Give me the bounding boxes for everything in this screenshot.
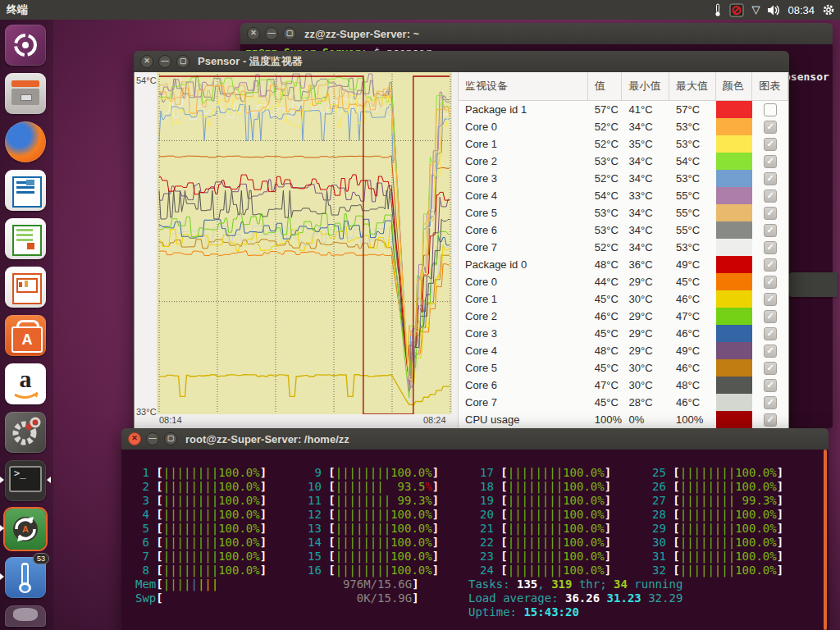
graph-checkbox[interactable]: ✓ bbox=[764, 345, 777, 358]
color-swatch[interactable] bbox=[716, 118, 753, 135]
launcher-item-software[interactable]: A bbox=[5, 315, 46, 356]
launcher-item-impress[interactable] bbox=[5, 267, 46, 308]
graph-checkbox[interactable]: ✓ bbox=[764, 276, 777, 289]
color-swatch[interactable] bbox=[716, 273, 753, 290]
color-swatch[interactable] bbox=[716, 359, 753, 377]
graph-checkbox[interactable]: ✓ bbox=[764, 207, 777, 220]
sensor-row[interactable]: Core 454°C33°C55°C✓ bbox=[459, 187, 788, 204]
sensor-row[interactable]: Core 352°C34°C53°C✓ bbox=[459, 170, 788, 187]
sensor-row[interactable]: Core 752°C34°C53°C✓ bbox=[459, 239, 788, 256]
sensor-row[interactable]: Package id 157°C41°C57°C✓ bbox=[459, 101, 788, 118]
session-gear-icon[interactable] bbox=[822, 3, 835, 16]
minimize-button[interactable]: — bbox=[265, 27, 278, 40]
clock[interactable]: 08:34 bbox=[788, 4, 815, 16]
sensor-row[interactable]: Core 052°C34°C53°C✓ bbox=[459, 118, 788, 135]
maximize-button[interactable]: ▢ bbox=[176, 55, 189, 68]
sensor-row[interactable]: Core 653°C34°C55°C✓ bbox=[459, 221, 788, 239]
close-button[interactable]: ✕ bbox=[128, 432, 141, 445]
cpu-gauge: 2 [||||||||100.0%] bbox=[135, 480, 267, 494]
sensor-row[interactable]: CPU usage100%0%100%✓ bbox=[459, 411, 788, 428]
graph-checkbox[interactable]: ✓ bbox=[764, 189, 777, 203]
column-header[interactable]: 值 bbox=[588, 72, 623, 100]
graph-checkbox[interactable]: ✓ bbox=[764, 258, 777, 272]
color-swatch[interactable] bbox=[716, 187, 753, 204]
launcher-item-calc[interactable] bbox=[5, 218, 46, 259]
sensor-row[interactable]: Core 246°C29°C47°C✓ bbox=[459, 308, 788, 325]
terminal-scrollbar[interactable] bbox=[824, 450, 827, 630]
graph-checkbox[interactable]: ✓ bbox=[764, 396, 777, 409]
sensor-row[interactable]: Core 448°C29°C49°C✓ bbox=[459, 342, 788, 359]
color-swatch[interactable] bbox=[716, 325, 753, 342]
launcher-item-files[interactable] bbox=[5, 73, 46, 114]
graph-checkbox[interactable]: ✓ bbox=[764, 362, 777, 375]
minimize-button[interactable]: — bbox=[158, 55, 171, 68]
color-swatch[interactable] bbox=[716, 239, 753, 256]
column-header[interactable]: 颜色 bbox=[716, 72, 753, 100]
launcher-item-settings[interactable] bbox=[5, 412, 46, 453]
graph-checkbox[interactable]: ✓ bbox=[764, 224, 777, 237]
sensor-row[interactable]: Core 152°C35°C53°C✓ bbox=[459, 135, 788, 153]
color-swatch[interactable] bbox=[716, 170, 753, 187]
network-icon[interactable]: ▽ bbox=[751, 0, 760, 20]
sensor-row[interactable]: Core 145°C30°C46°C✓ bbox=[459, 290, 788, 308]
sensor-row[interactable]: Core 253°C34°C54°C✓ bbox=[459, 153, 788, 170]
graph-checkbox[interactable]: ✓ bbox=[764, 327, 777, 340]
close-button[interactable]: ✕ bbox=[140, 55, 153, 68]
maximize-button[interactable]: ▢ bbox=[283, 27, 296, 40]
launcher-item-trash[interactable] bbox=[5, 605, 46, 627]
graph-checkbox[interactable]: ✓ bbox=[764, 103, 777, 116]
color-swatch[interactable] bbox=[716, 101, 753, 118]
sensor-row[interactable]: Core 745°C28°C46°C✓ bbox=[459, 394, 788, 411]
launcher-item-amazon[interactable]: a bbox=[5, 363, 46, 404]
column-header[interactable]: 最小值 bbox=[622, 72, 669, 100]
htop-titlebar[interactable]: ✕ — ▢ root@zz-Super-Server: /home/zz bbox=[121, 428, 829, 450]
color-swatch[interactable] bbox=[716, 290, 753, 308]
graph-checkbox[interactable]: ✓ bbox=[764, 138, 777, 151]
launcher-item-writer[interactable] bbox=[5, 170, 46, 211]
column-header[interactable]: 图表 bbox=[752, 72, 788, 100]
launcher-item-dash[interactable] bbox=[5, 25, 46, 66]
maximize-button[interactable]: ▢ bbox=[164, 432, 177, 445]
volume-icon[interactable] bbox=[767, 4, 780, 16]
graph-checkbox[interactable]: ✓ bbox=[764, 293, 777, 306]
graph-checkbox[interactable]: ✓ bbox=[764, 241, 777, 254]
color-swatch[interactable] bbox=[716, 221, 753, 239]
sensor-row[interactable]: Core 647°C30°C48°C✓ bbox=[459, 377, 788, 394]
sensor-row[interactable]: Core 545°C30°C46°C✓ bbox=[459, 359, 788, 377]
color-swatch[interactable] bbox=[716, 204, 753, 221]
color-swatch[interactable] bbox=[716, 308, 753, 325]
color-swatch[interactable] bbox=[716, 411, 753, 428]
color-swatch[interactable] bbox=[716, 153, 753, 170]
column-header[interactable]: 监视设备 bbox=[459, 72, 588, 100]
color-swatch[interactable] bbox=[716, 135, 753, 153]
background-terminal-titlebar[interactable]: ✕ — ▢ zz@zz-Super-Server: ~ bbox=[240, 23, 833, 44]
color-swatch[interactable] bbox=[716, 394, 753, 411]
cpu-gauge: 13 [||||||||100.0%] bbox=[308, 522, 439, 536]
thermometer-icon[interactable] bbox=[714, 3, 722, 17]
graph-checkbox[interactable]: ✓ bbox=[764, 121, 777, 134]
psensor-titlebar[interactable]: ✕ — ▢ Psensor - 温度监视器 bbox=[134, 51, 789, 72]
htop-content[interactable]: 1 [||||||||100.0%]2 [||||||||100.0%]3 [|… bbox=[121, 450, 829, 630]
launcher-item-updater[interactable]: A bbox=[5, 509, 46, 550]
screen-record-icon[interactable] bbox=[729, 3, 744, 17]
graph-checkbox[interactable]: ✓ bbox=[764, 155, 777, 168]
launcher-item-psensor[interactable]: 53 bbox=[5, 557, 46, 598]
sensor-row[interactable]: Package id 048°C36°C49°C✓ bbox=[459, 256, 788, 273]
graph-checkbox[interactable]: ✓ bbox=[764, 413, 777, 427]
color-swatch[interactable] bbox=[716, 377, 753, 394]
graph-checkbox[interactable]: ✓ bbox=[764, 172, 777, 185]
launcher-item-firefox[interactable] bbox=[5, 121, 46, 162]
minimize-button[interactable]: — bbox=[146, 432, 159, 445]
color-swatch[interactable] bbox=[716, 342, 753, 359]
command-echo-text: psensor bbox=[784, 71, 829, 83]
graph-checkbox[interactable]: ✓ bbox=[764, 379, 777, 392]
sensor-row[interactable]: Core 553°C34°C55°C✓ bbox=[459, 204, 788, 221]
sensor-row[interactable]: Core 044°C29°C45°C✓ bbox=[459, 273, 788, 290]
column-header[interactable]: 最大值 bbox=[669, 72, 716, 100]
active-app-menu-label[interactable]: 终端 bbox=[7, 2, 28, 17]
color-swatch[interactable] bbox=[716, 256, 753, 273]
launcher-item-terminal[interactable]: >_ bbox=[5, 460, 46, 501]
graph-checkbox[interactable]: ✓ bbox=[764, 310, 777, 323]
sensor-row[interactable]: Core 345°C29°C46°C✓ bbox=[459, 325, 788, 342]
close-button[interactable]: ✕ bbox=[247, 27, 260, 40]
